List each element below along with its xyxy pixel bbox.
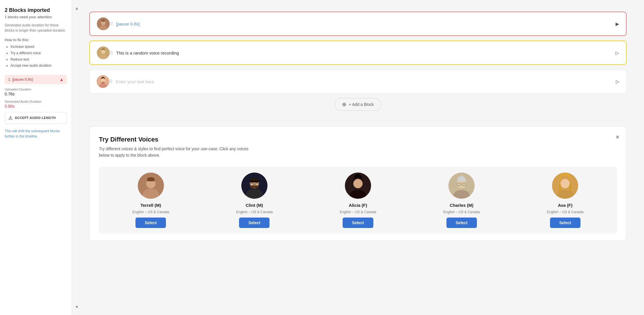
alicia-avatar (345, 173, 371, 199)
voice-card-alicia: Alicia (F) English – US & Canada Select (329, 173, 387, 228)
sidebar-title: 2 Blocks imported (5, 7, 67, 14)
block-3-avatar (97, 75, 109, 88)
block-row-1: ⠿ [pause 0.8s] ▶ (89, 12, 627, 36)
svg-point-44 (561, 179, 569, 187)
drag-handle-1[interactable]: ⠿ (110, 21, 113, 27)
accept-audio-length-button[interactable]: ⚠ ACCEPT AUDIO LENGTH (5, 112, 67, 124)
block-2-avatar (97, 46, 110, 59)
uploaded-duration-section: Uploaded Duration 0.76s (5, 88, 67, 96)
drag-handle-3[interactable]: ⠿ (109, 79, 113, 84)
charles-name: Charles (M) (450, 203, 473, 208)
fix-item-voice[interactable]: Try a different voice (10, 50, 67, 57)
ava-avatar (552, 173, 578, 199)
how-to-fix-label: How to fix this: (5, 38, 67, 42)
svg-point-13 (101, 82, 105, 84)
sidebar: 2 Blocks imported 1 blocks need your att… (0, 0, 72, 315)
play-button-2[interactable]: ▷ (616, 50, 619, 56)
ava-select-button[interactable]: Select (550, 218, 580, 228)
clint-lang: English – US & Canada (236, 210, 273, 214)
fix-item-speed[interactable]: Increase speed (10, 44, 67, 50)
selected-block-label: 1. [pause 0.8s] (8, 77, 33, 82)
voice-card-ava: Ava (F) English – US & Canada Select (536, 173, 594, 228)
block-row-2: ⠿ This is a random voice recording ▷ (89, 41, 627, 65)
block-2-text[interactable]: This is a random voice recording (116, 50, 611, 55)
voices-panel-title: Try Different Voices (99, 136, 617, 143)
alicia-select-button[interactable]: Select (343, 218, 373, 228)
alicia-lang: English – US & Canada (340, 210, 376, 214)
plus-circle-icon: ⊕ (342, 101, 346, 108)
svg-rect-24 (250, 186, 258, 188)
play-button-3[interactable]: ▷ (616, 79, 619, 84)
add-block-button[interactable]: ⊕ + Add a Block (335, 98, 381, 111)
terrell-lang: English – US & Canada (133, 210, 169, 214)
voices-grid: Terrell (M) English – US & Canada Select (99, 167, 617, 234)
svg-rect-19 (147, 179, 155, 181)
accept-btn-label: ACCEPT AUDIO LENGTH (15, 116, 56, 120)
add-block-label: + Add a Block (349, 102, 374, 107)
alicia-name: Alicia (F) (349, 203, 367, 208)
voices-panel: Try Different Voices Try different voice… (89, 126, 627, 241)
clint-avatar (241, 173, 267, 199)
uploaded-duration-value: 0.76s (5, 92, 67, 96)
clint-select-button[interactable]: Select (239, 218, 269, 228)
svg-point-33 (354, 179, 362, 187)
voices-panel-close-button[interactable]: × (616, 133, 619, 141)
drag-handle-2[interactable]: ⠿ (110, 50, 113, 56)
clint-name: Clint (M) (246, 203, 263, 208)
uploaded-duration-label: Uploaded Duration (5, 88, 67, 91)
scroll-down-icon[interactable]: ▼ (75, 305, 79, 309)
accept-description: This will shift the subsequent blocks fu… (5, 128, 67, 139)
ava-lang: English – US & Canada (547, 210, 583, 214)
voice-card-clint: Clint (M) English – US & Canada Select (225, 173, 283, 228)
generated-duration-label: Generated Audio Duration (5, 100, 67, 103)
selected-block-item[interactable]: 1. [pause 0.8s] ▲ (5, 75, 67, 84)
charles-select-button[interactable]: Select (446, 218, 477, 228)
voices-panel-desc: Try different voices & styles to find pe… (99, 146, 256, 159)
scroll-up-icon[interactable]: ▲ (75, 6, 79, 10)
fix-item-accept[interactable]: Accept new audio duration (10, 63, 67, 69)
ava-name: Ava (F) (558, 203, 572, 208)
svg-rect-26 (250, 181, 259, 182)
warning-icon: ⚠ (8, 115, 12, 121)
generated-duration-value: 0.80s (5, 104, 67, 108)
terrell-avatar (138, 173, 164, 199)
block-row-3: ⠿ Enter your text here ▷ (89, 70, 627, 93)
divider (89, 120, 627, 120)
fix-list: Increase speed Try a different voice Red… (5, 44, 67, 69)
svg-point-4 (101, 19, 105, 22)
block-3-text[interactable]: Enter your text here (116, 79, 611, 84)
voice-card-terrell: Terrell (M) English – US & Canada Select (122, 173, 180, 228)
charles-avatar (448, 173, 475, 199)
block-1-text[interactable]: [pause 0.8s] (116, 21, 611, 26)
fix-item-text[interactable]: Reduce text (10, 57, 67, 63)
sidebar-subtitle: 1 blocks need your attention (5, 15, 67, 19)
block-1-avatar (97, 17, 110, 30)
play-button-1[interactable]: ▶ (616, 21, 619, 27)
terrell-select-button[interactable]: Select (135, 218, 166, 228)
generated-duration-section: Generated Audio Duration 0.80s (5, 100, 67, 108)
sidebar-description: Generated audio duration for these block… (5, 23, 67, 33)
main-content: ▲ ⠿ [pause 0.8s] ▶ ⠿ This (72, 0, 644, 315)
terrell-name: Terrell (M) (140, 203, 161, 208)
voice-card-charles: Charles (M) English – US & Canada Select (433, 173, 491, 228)
charles-lang: English – US & Canada (443, 210, 480, 214)
block-item-arrow-icon: ▲ (59, 77, 64, 82)
